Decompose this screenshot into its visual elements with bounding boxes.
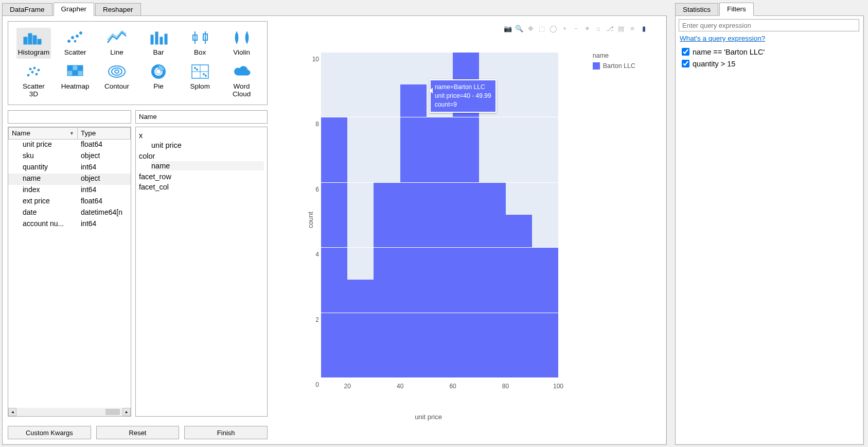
svg-point-22	[29, 68, 31, 70]
svg-point-39	[203, 73, 204, 75]
custom-kwargs-button[interactable]: Custom Kwargs	[8, 426, 91, 439]
svg-point-8	[74, 40, 76, 42]
table-row[interactable]: unit pricefloat64	[8, 140, 131, 151]
svg-rect-11	[160, 37, 163, 44]
filter-checkbox[interactable]	[682, 48, 689, 56]
table-row[interactable]: quantityint64	[8, 162, 131, 174]
table-row[interactable]: datedatetime64[n	[8, 208, 131, 219]
sort-desc-icon: ▼	[69, 131, 74, 136]
scroll-thumb[interactable]	[105, 409, 120, 415]
chart-type-scatter[interactable]: Scatter	[58, 28, 93, 59]
chart-type-violin[interactable]: Violin	[224, 28, 259, 59]
map-field[interactable]: name	[151, 161, 264, 170]
zoom-out-icon[interactable]: －	[572, 24, 580, 32]
svg-point-20	[33, 67, 36, 69]
map-slot-color[interactable]: color	[139, 152, 264, 160]
cell-type: datetime64[n	[78, 208, 131, 219]
svg-point-38	[196, 68, 198, 70]
svg-point-21	[38, 69, 40, 71]
plot-toolbar: 📷🔍✥⬚◯＋－✶⌂⎇▤≡▮	[504, 24, 648, 32]
y-axis-label: count	[307, 212, 314, 228]
table-row[interactable]: account nu...int64	[8, 219, 131, 230]
pan-icon[interactable]: ✥	[526, 24, 535, 32]
hscrollbar[interactable]: ◂ ▸	[8, 408, 131, 416]
box-select-icon[interactable]: ⬚	[538, 24, 546, 32]
map-field[interactable]: unit price	[151, 141, 264, 150]
chart-type-label: Scatter 3D	[23, 82, 45, 98]
finish-button[interactable]: Finish	[184, 426, 268, 439]
chart-type-heatmap[interactable]: Heatmap	[58, 62, 93, 100]
x-tick: 40	[397, 383, 403, 390]
chart-type-label: Splom	[190, 82, 210, 91]
svg-point-33	[156, 69, 161, 74]
bar[interactable]	[347, 280, 374, 377]
tab-reshaper[interactable]: Reshaper	[95, 3, 141, 16]
y-tick: 4	[315, 251, 319, 258]
camera-icon[interactable]: 📷	[504, 24, 512, 32]
chart-stage[interactable]: count name=Barton LLC unit price=40 - 49…	[298, 47, 558, 393]
logo-icon[interactable]: ▮	[640, 24, 648, 32]
svg-point-19	[36, 73, 38, 75]
x-tick: 60	[449, 383, 456, 390]
compare-icon[interactable]: ≡	[628, 24, 636, 32]
tab-grapher[interactable]: Grapher	[54, 3, 95, 16]
zoom-icon[interactable]: 🔍	[515, 24, 523, 32]
chart-type-picker: HistogramScatterLineBarBoxViolinScatter …	[8, 21, 268, 105]
chart-type-line[interactable]: Line	[100, 28, 134, 59]
query-help-link[interactable]: What's a query expression?	[680, 35, 765, 42]
chart-type-splom[interactable]: Splom	[183, 62, 217, 100]
legend-item[interactable]: Barton LLC	[593, 62, 635, 70]
th-type-label: Type	[81, 129, 96, 137]
autoscale-icon[interactable]: ✶	[583, 24, 591, 32]
table-row[interactable]: nameobject	[8, 174, 131, 185]
field-search-input[interactable]	[8, 110, 131, 124]
chart-type-pie[interactable]: Pie	[141, 62, 176, 100]
violin-icon	[232, 30, 252, 45]
filter-item[interactable]: quantity > 15	[680, 58, 859, 69]
spike-icon[interactable]: ⎇	[606, 24, 614, 32]
table-row[interactable]: indexint64	[8, 185, 131, 196]
hover-icon[interactable]: ▤	[617, 24, 625, 32]
chart-type-box[interactable]: Box	[183, 28, 217, 59]
lasso-icon[interactable]: ◯	[549, 24, 557, 32]
tab-statistics[interactable]: Statistics	[675, 3, 718, 16]
th-type[interactable]: Type	[78, 127, 131, 140]
chart-type-scatter3d[interactable]: Scatter 3D	[16, 62, 51, 100]
mapping-tree[interactable]: xunit pricecolornamefacet_rowfacet_col	[135, 127, 268, 417]
filter-checkbox[interactable]	[682, 60, 689, 67]
cell-name: account nu...	[8, 219, 78, 230]
splom-icon	[190, 64, 210, 79]
svg-point-17	[27, 74, 29, 76]
chart-type-histogram[interactable]: Histogram	[16, 28, 51, 59]
scroll-right-btn[interactable]: ▸	[122, 408, 131, 416]
map-slot-facet_row[interactable]: facet_row	[139, 173, 264, 181]
bar[interactable]	[479, 182, 505, 377]
chart-type-wordcloud[interactable]: Word Cloud	[224, 62, 259, 100]
tab-filters[interactable]: Filters	[719, 3, 754, 16]
legend-title: name	[593, 52, 635, 59]
zoom-in-icon[interactable]: ＋	[560, 24, 569, 32]
mapping-header	[135, 110, 268, 124]
chart-type-contour[interactable]: Contour	[100, 62, 134, 100]
chart-type-label: Violin	[233, 48, 250, 57]
svg-point-6	[76, 35, 79, 38]
map-slot-x[interactable]: x	[139, 131, 264, 140]
tab-dataframe[interactable]: DataFrame	[2, 3, 52, 16]
reset-button[interactable]: Reset	[96, 426, 180, 439]
chart-type-bar[interactable]: Bar	[141, 28, 176, 59]
table-row[interactable]: skuobject	[8, 151, 131, 162]
home-icon[interactable]: ⌂	[594, 24, 603, 32]
scroll-left-btn[interactable]: ◂	[8, 408, 16, 416]
map-slot-facet_col[interactable]: facet_col	[139, 183, 264, 191]
bar[interactable]	[506, 215, 532, 377]
table-row[interactable]: ext pricefloat64	[8, 196, 131, 208]
y-tick: 8	[315, 121, 319, 128]
box-icon	[190, 30, 210, 45]
bar[interactable]	[400, 84, 427, 377]
query-input[interactable]	[679, 19, 859, 31]
th-name[interactable]: Name ▼	[8, 127, 78, 140]
bar[interactable]	[374, 182, 400, 377]
chart-type-label: Heatmap	[61, 82, 90, 91]
cell-name: index	[8, 185, 78, 196]
filter-item[interactable]: name == 'Barton LLC'	[680, 46, 859, 57]
